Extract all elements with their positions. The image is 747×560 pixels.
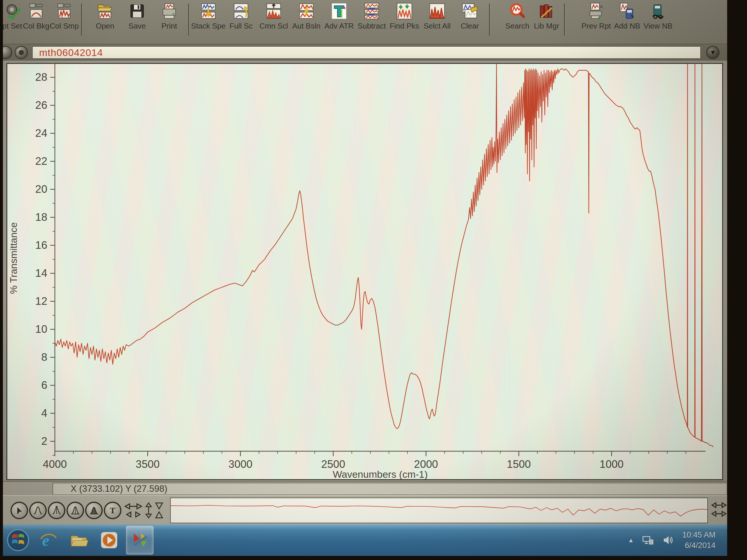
toolbar-button-label: Lib Mgr (534, 22, 559, 31)
start-button[interactable] (5, 526, 31, 554)
toolbar-button-label: Selct All (424, 22, 451, 31)
status-bar: X (3733.102) Y (27.598) (3, 481, 727, 496)
toolbar-button-label: Cmn Scl (259, 22, 288, 31)
toolbar-button-label: Adv ATR (325, 22, 354, 31)
col-bkg-icon (27, 2, 45, 20)
toolbar-divider (188, 3, 189, 35)
tray-date: 6/4/2014 (682, 540, 716, 551)
bell-line-glyph-icon (70, 505, 80, 516)
toolbar-button-label: Col Smp (50, 22, 79, 31)
media-icon (99, 530, 119, 550)
cmn-scl-icon (265, 2, 282, 20)
spectrum-view[interactable] (6, 63, 723, 480)
text-annotation-tool[interactable]: T (104, 502, 121, 519)
bell-glyph-icon (33, 505, 43, 516)
pan-arrows-icon (711, 501, 727, 519)
expt-set-icon (5, 2, 22, 20)
window-cycle-button-1[interactable] (3, 46, 12, 59)
toolbar-button-cmn-scl[interactable]: Cmn Scl (257, 2, 290, 31)
toolbar-button-expt-set[interactable]: Expt Set (3, 2, 22, 31)
toolbar-button-open[interactable]: Open (89, 2, 121, 31)
tool-palette-bar: T (3, 495, 727, 525)
toolbar-button-label: Aut Bsln (292, 22, 321, 31)
chart-region: 2826242220181614121086424000350030002500… (3, 61, 727, 481)
omnic-icon (130, 530, 150, 550)
selct-all-icon (428, 2, 446, 20)
full-sc-icon (232, 2, 250, 20)
h-arrows-icon (124, 502, 143, 518)
button-dot-icon (19, 50, 24, 55)
lib-mgr-icon (538, 2, 555, 20)
internet-explorer-button[interactable]: e (35, 526, 62, 554)
view-nb-icon (649, 2, 667, 20)
print-icon (160, 2, 178, 20)
toolbar-button-lib-mgr[interactable]: Lib Mgr (532, 2, 561, 31)
bell-plus-glyph-icon (51, 505, 62, 516)
toolbar-button-label: Clear (461, 22, 479, 31)
taskbar: e ▲ 10:45 AM 6/4/2014 (3, 525, 727, 556)
omnic-app-button[interactable] (126, 526, 153, 555)
toolbar-button-clear[interactable]: Clear (454, 2, 486, 31)
toolbar-button-col-bkg[interactable]: Col Bkg (22, 2, 50, 31)
toolbar-button-label: Subtract (358, 22, 386, 31)
select-cursor-tool[interactable] (10, 502, 28, 519)
toolbar-button-subtract[interactable]: Subtract (355, 2, 388, 31)
toolbar-divider (489, 3, 490, 35)
collapse-expand-buttons[interactable] (155, 502, 164, 518)
toolbar-button-full-sc[interactable]: Full Sc (225, 2, 257, 31)
toolbar-group: Expt SetCol BkgCol Smp (3, 2, 78, 31)
toolbar-button-selct-all[interactable]: Selct All (421, 2, 454, 31)
peak-fill-tool[interactable] (85, 502, 103, 519)
peak-area-tool[interactable] (67, 502, 84, 519)
window-menu-button[interactable]: ▼ (706, 46, 720, 59)
media-player-button[interactable] (96, 526, 123, 554)
speaker-icon[interactable] (662, 534, 675, 546)
dropdown-triangle-icon: ▼ (710, 49, 716, 56)
stack-spe-icon (200, 2, 217, 20)
cursor-glyph-icon (14, 505, 25, 516)
toolbar-button-find-pks[interactable]: Find Pks (388, 2, 421, 31)
network-icon[interactable] (641, 534, 654, 546)
toolbar-button-add-nb[interactable]: Add NB (612, 2, 643, 31)
toolbar-button-aut-bsln[interactable]: Aut Bsln (290, 2, 323, 31)
spectrum-title: mth06042014 (39, 47, 103, 58)
toolbar-button-label: Stack Spe (191, 22, 226, 31)
toolbar-button-label: Expt Set (3, 22, 22, 31)
window-cycle-button-2[interactable] (15, 46, 28, 59)
main-toolbar: Expt SetCol BkgCol SmpOpenSavePrintStack… (3, 0, 727, 44)
spectrum-title-field[interactable]: mth06042014 (32, 46, 701, 59)
toolbar-button-search[interactable]: Search (503, 2, 532, 31)
toolbar-button-print[interactable]: Print (153, 2, 185, 31)
aut-bsln-icon (298, 2, 315, 20)
taskbar-clock[interactable]: 10:45 AM 6/4/2014 (682, 530, 716, 551)
overview-trace (171, 498, 707, 523)
toolbar-divider (81, 3, 82, 35)
toolbar-button-view-nb[interactable]: View NB (643, 2, 673, 31)
start-icon (6, 528, 30, 552)
scroll-vertical-buttons[interactable] (144, 502, 153, 518)
tray-time: 10:45 AM (682, 530, 716, 540)
toolbar-group: Stack SpeFull ScCmn SclAut BslnAdv ATRSu… (192, 2, 486, 31)
toolbar-button-label: Open (96, 22, 114, 31)
windows-explorer-button[interactable] (66, 526, 92, 554)
spectrum-overview-strip[interactable] (170, 498, 708, 523)
save-icon (128, 2, 146, 20)
clear-icon (461, 2, 479, 20)
bell-fill-glyph-icon (89, 505, 99, 516)
cursor-readout: X (3733.102) Y (27.598) (53, 483, 727, 495)
toolbar-button-label: Save (128, 22, 146, 31)
toolbar-button-stack-spe[interactable]: Stack Spe (192, 2, 225, 31)
toolbar-button-label: View NB (643, 22, 672, 31)
toolbar-button-col-smp[interactable]: Col Smp (50, 2, 78, 31)
show-hidden-icons-button[interactable]: ▲ (628, 537, 634, 544)
toolbar-button-label: Full Sc (229, 22, 252, 31)
prev-rpt-icon (587, 2, 605, 20)
toolbar-button-prev-rpt[interactable]: Prev Rpt (581, 2, 612, 31)
toolbar-button-adv-atr[interactable]: Adv ATR (323, 2, 355, 31)
peak-tool[interactable] (29, 502, 47, 519)
peak-height-tool[interactable] (48, 502, 66, 519)
toolbar-button-save[interactable]: Save (121, 2, 153, 31)
overview-pan-button[interactable] (711, 501, 727, 520)
scroll-horizontal-buttons[interactable] (124, 502, 143, 518)
search-icon (509, 2, 526, 20)
